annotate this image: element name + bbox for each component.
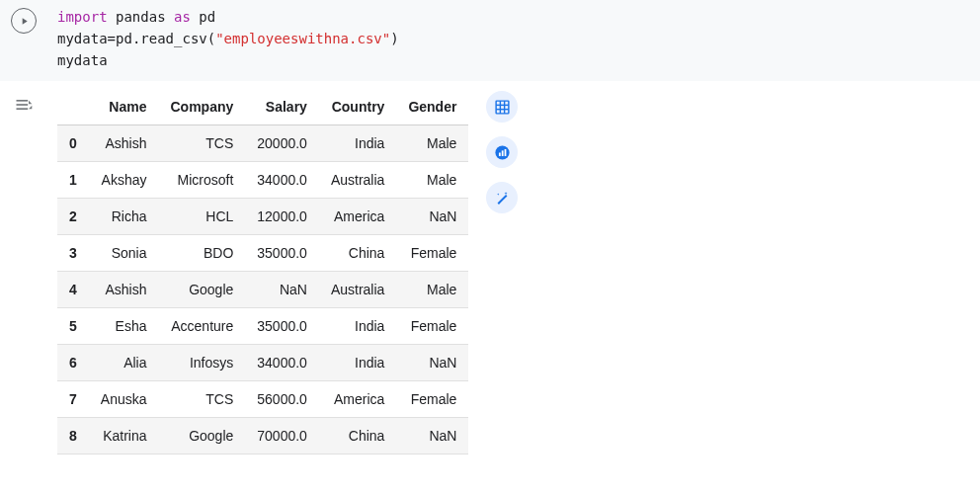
row-index: 5 — [57, 308, 89, 345]
eq: = — [108, 31, 116, 46]
row-index: 1 — [57, 162, 89, 199]
cell: NaN — [396, 199, 468, 235]
cell: 35000.0 — [245, 308, 319, 345]
row-index: 8 — [57, 418, 89, 455]
cell: India — [319, 308, 396, 345]
cell: Akshay — [89, 162, 159, 199]
dataframe-table: Name Company Salary Country Gender 0 Ash… — [57, 89, 468, 455]
table-row: 8 Katrina Google 70000.0 China NaN — [57, 418, 468, 455]
cell: NaN — [245, 272, 319, 308]
cell: China — [319, 418, 396, 455]
obj: pd — [116, 31, 132, 46]
table-row: 6 Alia Infosys 34000.0 India NaN — [57, 345, 468, 381]
output-area: Name Company Salary Country Gender 0 Ash… — [0, 81, 980, 455]
module-name: pandas — [116, 9, 166, 25]
cell: Ashish — [89, 125, 159, 162]
cell: Sonia — [89, 235, 159, 272]
cell: Female — [396, 235, 468, 272]
alias-name: pd — [199, 9, 215, 25]
magic-wand-icon — [494, 190, 511, 207]
svg-rect-3 — [496, 101, 509, 114]
col-header: Company — [159, 89, 246, 125]
cell: Google — [159, 272, 246, 308]
cell: HCL — [159, 199, 246, 235]
svg-rect-2 — [17, 108, 29, 110]
dataframe-action-column — [486, 89, 518, 213]
cell: Australia — [319, 162, 396, 199]
gutter — [0, 6, 47, 71]
cell: 12000.0 — [245, 199, 319, 235]
cell: India — [319, 345, 396, 381]
cell: America — [319, 199, 396, 235]
row-index: 2 — [57, 199, 89, 235]
cell: Male — [396, 162, 468, 199]
row-index: 4 — [57, 272, 89, 308]
output-body: Name Company Salary Country Gender 0 Ash… — [47, 89, 518, 455]
cell: India — [319, 125, 396, 162]
view-table-button[interactable] — [486, 91, 518, 123]
row-index: 7 — [57, 381, 89, 418]
cell: China — [319, 235, 396, 272]
cell: Katrina — [89, 418, 159, 455]
table-row: 2 Richa HCL 12000.0 America NaN — [57, 199, 468, 235]
table-row: 5 Esha Accenture 35000.0 India Female — [57, 308, 468, 345]
svg-rect-1 — [17, 104, 29, 106]
col-header: Salary — [245, 89, 319, 125]
paren-open: ( — [207, 31, 215, 46]
string-literal: "employeeswithna.csv" — [215, 31, 390, 46]
suggest-code-button[interactable] — [486, 182, 518, 213]
toggle-output-icon — [14, 95, 34, 115]
bar-chart-icon — [494, 144, 511, 161]
svg-rect-9 — [499, 152, 501, 156]
table-corner — [57, 89, 89, 125]
cell: Google — [159, 418, 246, 455]
paren-close: ) — [390, 31, 398, 46]
keyword-as: as — [174, 9, 191, 25]
svg-rect-0 — [17, 100, 29, 102]
cell: TCS — [159, 381, 246, 418]
col-header: Country — [319, 89, 396, 125]
cell: Male — [396, 125, 468, 162]
cell: Infosys — [159, 345, 246, 381]
table-row: 7 Anuska TCS 56000.0 America Female — [57, 381, 468, 418]
cell: Accenture — [159, 308, 246, 345]
cell: Male — [396, 272, 468, 308]
row-index: 6 — [57, 345, 89, 381]
col-header: Name — [89, 89, 159, 125]
row-index: 3 — [57, 235, 89, 272]
notebook-cell: import pandas as pd mydata=pd.read_csv("… — [0, 0, 980, 455]
view-chart-button[interactable] — [486, 136, 518, 168]
output-gutter — [0, 89, 47, 455]
cell: 34000.0 — [245, 345, 319, 381]
svg-rect-11 — [505, 148, 507, 155]
code-editor[interactable]: import pandas as pd mydata=pd.read_csv("… — [47, 6, 980, 71]
table-row: 4 Ashish Google NaN Australia Male — [57, 272, 468, 308]
cell: Alia — [89, 345, 159, 381]
cell: 56000.0 — [245, 381, 319, 418]
cell: Ashish — [89, 272, 159, 308]
table-icon — [494, 99, 511, 116]
cell: 34000.0 — [245, 162, 319, 199]
expr: mydata — [57, 52, 108, 68]
keyword-import: import — [57, 9, 108, 25]
cell: 20000.0 — [245, 125, 319, 162]
run-cell-button[interactable] — [11, 8, 37, 34]
table-row: 1 Akshay Microsoft 34000.0 Australia Mal… — [57, 162, 468, 199]
cell: 70000.0 — [245, 418, 319, 455]
cell: NaN — [396, 418, 468, 455]
cell: America — [319, 381, 396, 418]
cell: TCS — [159, 125, 246, 162]
var-name: mydata — [57, 31, 108, 46]
toggle-output-button[interactable] — [12, 93, 36, 117]
cell: BDO — [159, 235, 246, 272]
play-icon — [19, 16, 30, 27]
svg-rect-10 — [502, 150, 504, 156]
cell: NaN — [396, 345, 468, 381]
code-input-area: import pandas as pd mydata=pd.read_csv("… — [0, 0, 980, 81]
cell: Female — [396, 381, 468, 418]
fn-name: read_csv — [140, 31, 206, 46]
cell: Australia — [319, 272, 396, 308]
cell: 35000.0 — [245, 235, 319, 272]
cell: Anuska — [89, 381, 159, 418]
cell: Microsoft — [159, 162, 246, 199]
